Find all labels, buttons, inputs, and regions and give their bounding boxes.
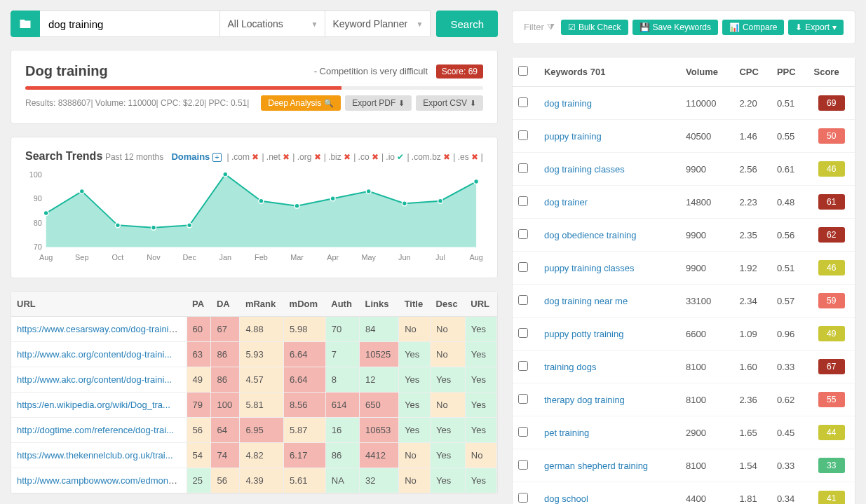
row-checkbox[interactable]	[518, 163, 528, 173]
row-checkbox-cell[interactable]	[513, 219, 539, 252]
volume-cell: 8100	[680, 449, 733, 482]
keyword-cell[interactable]: training dogs	[539, 350, 680, 383]
keyword-cell[interactable]: puppy training classes	[539, 252, 680, 285]
url-th: mDom	[284, 292, 326, 317]
kw-th-check[interactable]	[513, 57, 539, 87]
keyword-row: dog school 4400 1.81 0.34 41	[513, 482, 855, 505]
keyword-cell[interactable]: german shepherd training	[539, 449, 680, 482]
search-button[interactable]: Search	[436, 11, 498, 37]
cpc-cell: 2.23	[733, 186, 771, 219]
kw-th[interactable]: PPC	[771, 57, 809, 87]
tld-item: | .org ✖	[292, 152, 320, 162]
row-checkbox[interactable]	[518, 97, 528, 107]
save-keywords-button[interactable]: 💾 Save Keywords	[632, 20, 718, 35]
url-cell[interactable]: https://www.thekennelclub.org.uk/trai...	[11, 443, 187, 468]
cpc-cell: 1.92	[733, 252, 771, 285]
metric-cell: No	[431, 342, 466, 367]
url-row: https://www.cesarsway.com/dog-trainin...…	[11, 317, 497, 342]
ppc-cell: 0.34	[771, 482, 809, 505]
select-all-checkbox[interactable]	[518, 66, 528, 76]
deep-analysis-button[interactable]: Deep Analysis 🔍	[261, 95, 341, 111]
keyword-cell[interactable]: dog obedience training	[539, 219, 680, 252]
url-cell[interactable]: http://www.campbowwow.com/edmond/serv...	[11, 468, 187, 493]
url-row: http://www.akc.org/content/dog-traini...…	[11, 342, 497, 367]
row-checkbox-cell[interactable]	[513, 449, 539, 482]
keyword-cell[interactable]: dog trainer	[539, 186, 680, 219]
row-checkbox[interactable]	[518, 493, 528, 503]
row-checkbox[interactable]	[518, 328, 528, 338]
folder-icon[interactable]	[11, 11, 40, 37]
row-checkbox[interactable]	[518, 460, 528, 470]
keyword-cell[interactable]: dog training classes	[539, 153, 680, 186]
keyword-cell[interactable]: dog training near me	[539, 285, 680, 318]
row-checkbox-cell[interactable]	[513, 318, 539, 350]
row-checkbox-cell[interactable]	[513, 482, 539, 505]
ppc-cell: 0.48	[771, 186, 809, 219]
row-checkbox[interactable]	[518, 229, 528, 239]
ppc-cell: 0.55	[771, 120, 809, 153]
svg-text:80: 80	[34, 219, 42, 227]
bulk-check-button[interactable]: ☑ Bulk Check	[561, 20, 628, 35]
tool-select[interactable]: Keyword Planner▼	[325, 11, 431, 37]
row-checkbox[interactable]	[518, 295, 528, 305]
keyword-input[interactable]	[40, 11, 220, 37]
metric-cell: NA	[325, 468, 359, 493]
download-icon: ⬇	[470, 99, 476, 108]
row-checkbox-cell[interactable]	[513, 120, 539, 153]
keyword-cell[interactable]: therapy dog training	[539, 383, 680, 416]
cpc-cell: 1.65	[733, 416, 771, 449]
metric-cell: No	[399, 443, 431, 468]
row-checkbox-cell[interactable]	[513, 285, 539, 318]
svg-point-8	[330, 196, 335, 201]
row-checkbox-cell[interactable]	[513, 87, 539, 120]
row-checkbox-cell[interactable]	[513, 252, 539, 285]
keyword-cell[interactable]: dog school	[539, 482, 680, 505]
url-th: URL	[465, 292, 496, 317]
ppc-cell: 0.57	[771, 285, 809, 318]
row-checkbox[interactable]	[518, 427, 528, 437]
availability-icon: ✔	[397, 152, 404, 162]
url-cell[interactable]: http://www.akc.org/content/dog-traini...	[11, 367, 187, 393]
filter-button[interactable]: Filter ⧩	[524, 22, 555, 33]
kw-th[interactable]: Volume	[680, 57, 733, 87]
ppc-cell: 0.51	[771, 87, 809, 120]
export-button[interactable]: ⬇ Export ▾	[788, 20, 844, 35]
add-domain-icon[interactable]: +	[212, 153, 222, 162]
metric-cell: 56	[211, 468, 240, 493]
url-cell[interactable]: https://en.wikipedia.org/wiki/Dog_tra...	[11, 393, 187, 418]
location-select[interactable]: All Locations▼	[220, 11, 325, 37]
row-checkbox-cell[interactable]	[513, 416, 539, 449]
score-cell: 67	[808, 350, 855, 383]
export-csv-button[interactable]: Export CSV ⬇	[416, 95, 483, 111]
domains-label[interactable]: Domains	[171, 151, 210, 162]
row-checkbox-cell[interactable]	[513, 350, 539, 383]
kw-th[interactable]: CPC	[733, 57, 771, 87]
caret-icon: ▾	[832, 22, 837, 32]
url-cell[interactable]: http://www.akc.org/content/dog-traini...	[11, 342, 187, 367]
kw-th[interactable]: Keywords 701	[539, 57, 680, 87]
row-checkbox-cell[interactable]	[513, 153, 539, 186]
row-checkbox-cell[interactable]	[513, 186, 539, 219]
svg-point-7	[295, 203, 299, 208]
row-checkbox[interactable]	[518, 394, 528, 404]
keyword-row: dog training near me 33100 2.34 0.57 59	[513, 285, 855, 318]
url-th: URL	[11, 292, 187, 317]
row-checkbox[interactable]	[518, 196, 528, 206]
keyword-cell[interactable]: puppy potty training	[539, 318, 680, 350]
url-cell[interactable]: https://www.cesarsway.com/dog-trainin...	[11, 317, 187, 342]
keyword-row: dog training 110000 2.20 0.51 69	[513, 87, 855, 120]
keyword-cell[interactable]: pet training	[539, 416, 680, 449]
compare-button[interactable]: 📊 Compare	[722, 20, 784, 35]
export-pdf-button[interactable]: Export PDF ⬇	[345, 95, 412, 111]
row-checkbox[interactable]	[518, 262, 528, 272]
metric-cell: Yes	[465, 342, 496, 367]
row-checkbox[interactable]	[518, 361, 528, 371]
keyword-cell[interactable]: puppy training	[539, 120, 680, 153]
keyword-cell[interactable]: dog training	[539, 87, 680, 120]
row-checkbox-cell[interactable]	[513, 383, 539, 416]
cpc-cell: 1.81	[733, 482, 771, 505]
url-cell[interactable]: http://dogtime.com/reference/dog-trai...	[11, 418, 187, 443]
kw-th[interactable]: Score	[808, 57, 855, 87]
row-checkbox[interactable]	[518, 130, 528, 140]
check-icon: ☑	[568, 22, 576, 32]
